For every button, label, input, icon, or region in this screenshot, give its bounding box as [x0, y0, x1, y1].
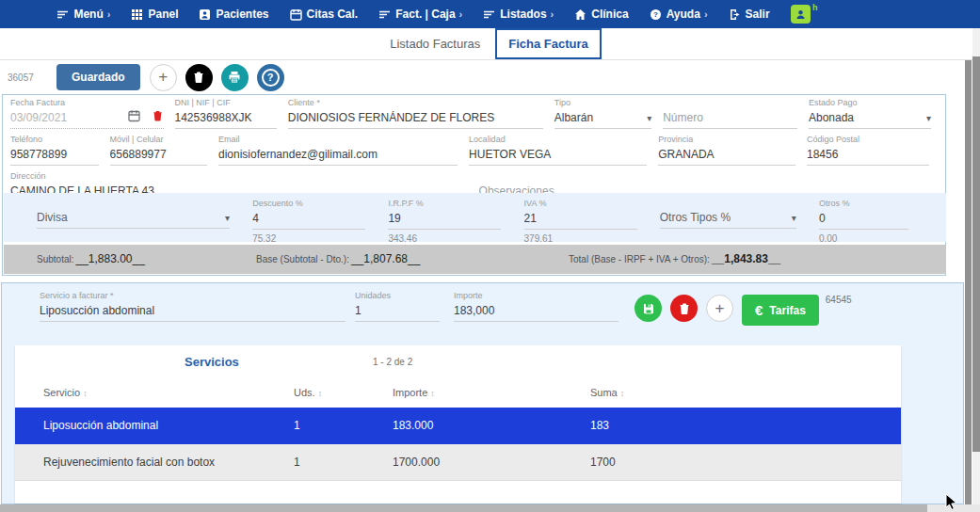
field-label [663, 98, 797, 107]
tarifas-label: Tarifas [769, 304, 805, 317]
unidades-field: Unidades [355, 291, 440, 322]
content-vertical-scrollbar[interactable] [965, 60, 972, 504]
nav-salir[interactable]: Salir [729, 8, 770, 21]
otros-computed: 0.00 [819, 233, 908, 244]
tipo-select[interactable]: Albarán ▾ [554, 109, 651, 129]
trash-icon [678, 302, 691, 315]
fecha-factura-field: Fecha Factura [10, 98, 164, 129]
col-suma[interactable]: Suma↕ [590, 387, 901, 398]
email-input[interactable] [218, 146, 458, 166]
provincia-input[interactable] [658, 146, 795, 166]
tab-listado-facturas[interactable]: Listado Facturas [378, 30, 491, 57]
plus-icon: + [715, 299, 725, 318]
codigo-postal-field: Código Postal [807, 135, 929, 166]
user-initial: h [812, 3, 818, 12]
field-label: Tipo [554, 98, 651, 107]
totals-bar: Subtotal:__1,883.00__ Base (Subtotal - D… [4, 245, 946, 274]
nav-label: Pacientes [216, 8, 268, 21]
saved-state-button[interactable]: Guardado [56, 64, 140, 90]
telefono-input[interactable] [10, 146, 99, 166]
mouse-cursor [945, 493, 958, 510]
localidad-input[interactable] [469, 146, 647, 166]
plus-icon: + [158, 68, 168, 87]
tab-ficha-factura[interactable]: Ficha Factura [495, 28, 602, 59]
horizontal-scrollbar[interactable] [0, 504, 980, 512]
user-avatar-button[interactable]: h [791, 5, 811, 24]
tarifas-button[interactable]: € Tarifas [742, 295, 819, 326]
chevron-right-icon: › [107, 8, 111, 20]
svg-text:?: ? [653, 10, 658, 19]
estado-pago-field: Estado Pago Abonada ▾ [809, 98, 931, 129]
new-invoice-button[interactable]: + [150, 64, 177, 91]
iva-input[interactable] [524, 210, 637, 230]
dni-input[interactable] [175, 109, 277, 129]
servicio-input[interactable] [40, 302, 345, 322]
cell-servicio: Rejuvenecimiento facial con botox [43, 456, 294, 469]
divisa-field: Divisa ▾ [37, 199, 230, 244]
nav-fact-caja[interactable]: Fact. | Caja › [378, 8, 462, 21]
table-pagination: 1 - 2 de 2 [373, 357, 412, 367]
nav-citas-cal[interactable]: Citas Cal. [290, 8, 359, 21]
nav-ayuda[interactable]: ? Ayuda › [650, 8, 708, 21]
service-ref-number: 64545 [826, 295, 852, 305]
euro-icon: € [755, 302, 763, 318]
nav-menu[interactable]: Menú › [56, 8, 110, 21]
nav-clinica[interactable]: Clínica [574, 8, 628, 21]
grand-total: Total (Base - IRPF + IVA + Otros):__1,84… [569, 252, 780, 265]
cliente-input[interactable] [288, 109, 543, 129]
home-icon [574, 8, 586, 21]
tipo-field: Tipo Albarán ▾ [554, 98, 651, 129]
nav-listados[interactable]: Listados › [483, 8, 554, 21]
importe-input[interactable] [454, 302, 619, 322]
movil-input[interactable] [110, 146, 207, 166]
invoice-toolbar: 36057 Guardado + ? [0, 60, 964, 94]
save-service-button[interactable] [635, 295, 662, 322]
clear-date-trash-icon[interactable] [152, 109, 164, 122]
select-placeholder: Otros Tipos % [660, 211, 731, 224]
estado-pago-select[interactable]: Abonada ▾ [809, 109, 931, 129]
field-label: Móvil | Celular [110, 135, 207, 144]
descuento-input[interactable] [252, 210, 365, 230]
servicio-field: Servicio a facturar * [40, 291, 345, 322]
add-service-button[interactable]: + [706, 295, 733, 322]
invoice-form: Fecha Factura DNI | NIF | CIF Cliente * … [2, 94, 946, 276]
chevron-down-icon: ▾ [225, 213, 230, 223]
form-row-1: Fecha Factura DNI | NIF | CIF Cliente * … [3, 95, 945, 129]
codigo-postal-input[interactable] [807, 146, 929, 166]
nav-items: Menú › Panel Pacientes Citas Cal. Fact. … [56, 5, 810, 24]
scrollbar-thumb[interactable] [0, 504, 927, 512]
field-label: I.R.P.F % [388, 199, 501, 208]
field-label: Descuento % [252, 199, 365, 208]
delete-invoice-button[interactable] [185, 64, 213, 91]
col-servicio[interactable]: Servicio↕ [43, 387, 294, 398]
unidades-input[interactable] [355, 302, 440, 322]
table-row[interactable]: Rejuvenecimiento facial con botox 1 1700… [15, 444, 901, 481]
calendar-picker-icon[interactable] [128, 109, 140, 122]
col-uds[interactable]: Uds.↕ [294, 387, 393, 398]
nav-panel[interactable]: Panel [131, 8, 178, 21]
table-row[interactable]: Liposucción abdominal 1 183.000 183 [15, 408, 901, 444]
numero-input[interactable] [663, 109, 797, 129]
chevron-down-icon: ▾ [647, 113, 651, 123]
field-label: DNI | NIF | CIF [175, 98, 277, 107]
otros-tipos-select[interactable]: Otros Tipos % ▾ [660, 209, 796, 229]
scrollbar-thumb[interactable] [972, 56, 980, 452]
field-label: Teléfono [10, 135, 99, 144]
tax-row: Divisa ▾ Descuento % 75.32 I.R.P.F % 343… [4, 193, 946, 242]
nav-label: Fact. | Caja [395, 8, 455, 21]
window-vertical-scrollbar[interactable] [972, 28, 980, 512]
delete-service-button[interactable] [670, 295, 698, 322]
nav-pacientes[interactable]: Pacientes [199, 8, 268, 21]
col-importe[interactable]: Importe↕ [393, 387, 590, 398]
grid-icon [131, 8, 143, 21]
table-header-row: Servicio↕ Uds.↕ Importe↕ Suma↕ [15, 377, 901, 408]
help-button[interactable]: ? [257, 64, 284, 91]
otros-input[interactable] [819, 210, 908, 230]
form-row-2: Teléfono Móvil | Celular Email Localidad… [3, 132, 945, 166]
divisa-select[interactable]: Divisa ▾ [37, 209, 230, 229]
localidad-field: Localidad [469, 135, 647, 166]
irpf-input[interactable] [388, 210, 501, 230]
print-button[interactable] [221, 64, 249, 91]
nav-label: Panel [148, 8, 178, 21]
select-placeholder: Divisa [37, 211, 68, 224]
